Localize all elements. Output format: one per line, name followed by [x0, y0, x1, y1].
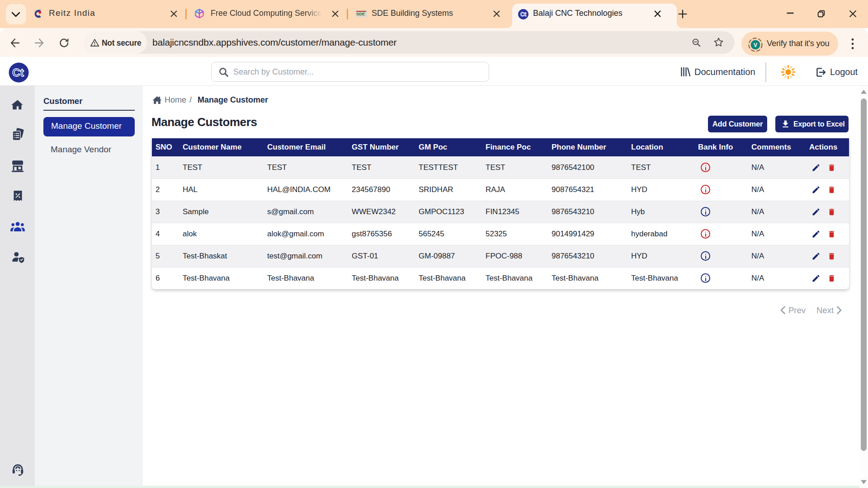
- svg-text:Ct: Ct: [12, 66, 24, 79]
- svg-text:Ct: Ct: [520, 11, 527, 18]
- svg-text:V: V: [754, 42, 757, 48]
